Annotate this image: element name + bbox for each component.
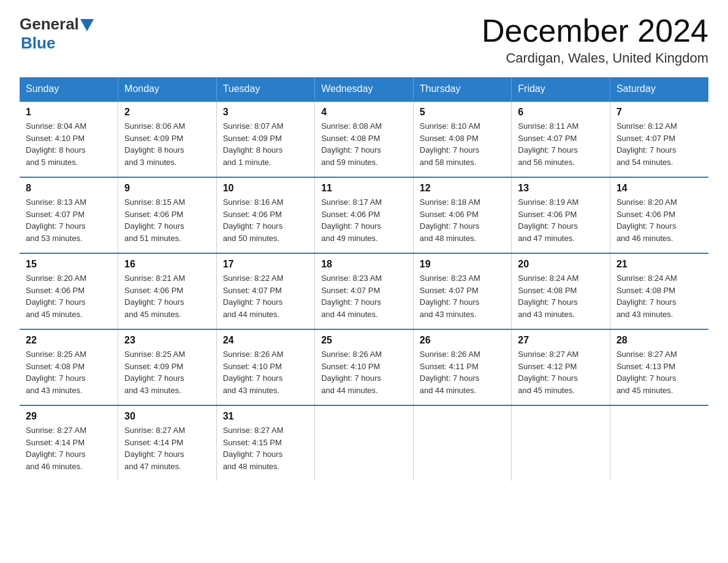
calendar-cell: 11Sunrise: 8:17 AM Sunset: 4:06 PM Dayli…	[315, 177, 414, 253]
day-info: Sunrise: 8:12 AM Sunset: 4:07 PM Dayligh…	[616, 120, 702, 168]
calendar-cell: 3Sunrise: 8:07 AM Sunset: 4:09 PM Daylig…	[216, 101, 315, 177]
day-number: 10	[223, 183, 309, 194]
day-info: Sunrise: 8:25 AM Sunset: 4:09 PM Dayligh…	[124, 348, 210, 396]
day-info: Sunrise: 8:16 AM Sunset: 4:06 PM Dayligh…	[223, 196, 309, 244]
calendar-cell: 16Sunrise: 8:21 AM Sunset: 4:06 PM Dayli…	[118, 253, 217, 329]
calendar-cell: 8Sunrise: 8:13 AM Sunset: 4:07 PM Daylig…	[20, 177, 118, 253]
day-number: 19	[420, 259, 506, 270]
day-info: Sunrise: 8:22 AM Sunset: 4:07 PM Dayligh…	[223, 272, 309, 320]
day-info: Sunrise: 8:20 AM Sunset: 4:06 PM Dayligh…	[616, 196, 702, 244]
location: Cardigan, Wales, United Kingdom	[482, 50, 708, 66]
day-number: 15	[26, 259, 112, 270]
day-number: 3	[223, 107, 309, 118]
calendar-cell: 23Sunrise: 8:25 AM Sunset: 4:09 PM Dayli…	[118, 329, 217, 405]
calendar-cell: 1Sunrise: 8:04 AM Sunset: 4:10 PM Daylig…	[20, 101, 118, 177]
day-info: Sunrise: 8:23 AM Sunset: 4:07 PM Dayligh…	[420, 272, 506, 320]
day-number: 2	[124, 107, 210, 118]
day-number: 20	[518, 259, 604, 270]
day-number: 11	[321, 183, 407, 194]
day-number: 22	[26, 335, 112, 346]
day-number: 7	[616, 107, 702, 118]
month-title: December 2024	[482, 15, 708, 47]
day-info: Sunrise: 8:25 AM Sunset: 4:08 PM Dayligh…	[26, 348, 112, 396]
day-info: Sunrise: 8:15 AM Sunset: 4:06 PM Dayligh…	[124, 196, 210, 244]
day-number: 21	[616, 259, 702, 270]
day-number: 17	[223, 259, 309, 270]
calendar-cell: 21Sunrise: 8:24 AM Sunset: 4:08 PM Dayli…	[610, 253, 708, 329]
day-info: Sunrise: 8:27 AM Sunset: 4:12 PM Dayligh…	[518, 348, 604, 396]
day-number: 28	[616, 335, 702, 346]
day-info: Sunrise: 8:07 AM Sunset: 4:09 PM Dayligh…	[223, 120, 309, 168]
day-number: 4	[321, 107, 407, 118]
calendar-cell: 15Sunrise: 8:20 AM Sunset: 4:06 PM Dayli…	[20, 253, 118, 329]
calendar-cell	[610, 405, 708, 481]
calendar-cell: 12Sunrise: 8:18 AM Sunset: 4:06 PM Dayli…	[413, 177, 512, 253]
day-number: 1	[26, 107, 112, 118]
calendar-cell: 13Sunrise: 8:19 AM Sunset: 4:06 PM Dayli…	[512, 177, 610, 253]
weekday-header-wednesday: Wednesday	[315, 77, 414, 101]
day-info: Sunrise: 8:27 AM Sunset: 4:14 PM Dayligh…	[124, 424, 210, 472]
day-info: Sunrise: 8:10 AM Sunset: 4:08 PM Dayligh…	[420, 120, 506, 168]
logo: General Blue	[20, 15, 94, 53]
weekday-header-saturday: Saturday	[610, 77, 708, 101]
day-info: Sunrise: 8:11 AM Sunset: 4:07 PM Dayligh…	[518, 120, 604, 168]
page-header: General Blue December 2024 Cardigan, Wal…	[20, 15, 708, 66]
day-info: Sunrise: 8:19 AM Sunset: 4:06 PM Dayligh…	[518, 196, 604, 244]
day-number: 14	[616, 183, 702, 194]
day-number: 13	[518, 183, 604, 194]
day-number: 26	[420, 335, 506, 346]
day-number: 23	[124, 335, 210, 346]
day-info: Sunrise: 8:27 AM Sunset: 4:13 PM Dayligh…	[616, 348, 702, 396]
day-number: 6	[518, 107, 604, 118]
day-info: Sunrise: 8:08 AM Sunset: 4:08 PM Dayligh…	[321, 120, 407, 168]
weekday-header-friday: Friday	[512, 77, 610, 101]
day-info: Sunrise: 8:21 AM Sunset: 4:06 PM Dayligh…	[124, 272, 210, 320]
day-info: Sunrise: 8:26 AM Sunset: 4:11 PM Dayligh…	[420, 348, 506, 396]
day-info: Sunrise: 8:26 AM Sunset: 4:10 PM Dayligh…	[321, 348, 407, 396]
day-info: Sunrise: 8:20 AM Sunset: 4:06 PM Dayligh…	[26, 272, 112, 320]
weekday-header-sunday: Sunday	[20, 77, 118, 101]
day-number: 9	[124, 183, 210, 194]
logo-triangle-icon	[80, 19, 94, 31]
calendar-cell	[315, 405, 414, 481]
calendar-cell: 14Sunrise: 8:20 AM Sunset: 4:06 PM Dayli…	[610, 177, 708, 253]
calendar-cell: 25Sunrise: 8:26 AM Sunset: 4:10 PM Dayli…	[315, 329, 414, 405]
day-info: Sunrise: 8:13 AM Sunset: 4:07 PM Dayligh…	[26, 196, 112, 244]
calendar-cell: 22Sunrise: 8:25 AM Sunset: 4:08 PM Dayli…	[20, 329, 118, 405]
svg-marker-0	[80, 19, 94, 31]
calendar-cell: 29Sunrise: 8:27 AM Sunset: 4:14 PM Dayli…	[20, 405, 118, 481]
day-info: Sunrise: 8:24 AM Sunset: 4:08 PM Dayligh…	[616, 272, 702, 320]
day-number: 27	[518, 335, 604, 346]
day-info: Sunrise: 8:18 AM Sunset: 4:06 PM Dayligh…	[420, 196, 506, 244]
calendar-week-row: 29Sunrise: 8:27 AM Sunset: 4:14 PM Dayli…	[20, 405, 708, 481]
calendar-cell: 30Sunrise: 8:27 AM Sunset: 4:14 PM Dayli…	[118, 405, 217, 481]
calendar-cell: 10Sunrise: 8:16 AM Sunset: 4:06 PM Dayli…	[216, 177, 315, 253]
day-number: 5	[420, 107, 506, 118]
day-number: 8	[26, 183, 112, 194]
logo-blue: Blue	[21, 34, 55, 53]
calendar-cell: 2Sunrise: 8:06 AM Sunset: 4:09 PM Daylig…	[118, 101, 217, 177]
day-number: 16	[124, 259, 210, 270]
day-info: Sunrise: 8:23 AM Sunset: 4:07 PM Dayligh…	[321, 272, 407, 320]
day-info: Sunrise: 8:17 AM Sunset: 4:06 PM Dayligh…	[321, 196, 407, 244]
day-info: Sunrise: 8:27 AM Sunset: 4:14 PM Dayligh…	[26, 424, 112, 472]
calendar-cell: 28Sunrise: 8:27 AM Sunset: 4:13 PM Dayli…	[610, 329, 708, 405]
calendar-cell: 7Sunrise: 8:12 AM Sunset: 4:07 PM Daylig…	[610, 101, 708, 177]
calendar-cell: 6Sunrise: 8:11 AM Sunset: 4:07 PM Daylig…	[512, 101, 610, 177]
day-info: Sunrise: 8:26 AM Sunset: 4:10 PM Dayligh…	[223, 348, 309, 396]
calendar-cell	[512, 405, 610, 481]
calendar-cell: 24Sunrise: 8:26 AM Sunset: 4:10 PM Dayli…	[216, 329, 315, 405]
calendar-table: SundayMondayTuesdayWednesdayThursdayFrid…	[20, 77, 708, 481]
calendar-week-row: 15Sunrise: 8:20 AM Sunset: 4:06 PM Dayli…	[20, 253, 708, 329]
weekday-header-monday: Monday	[118, 77, 217, 101]
calendar-cell: 19Sunrise: 8:23 AM Sunset: 4:07 PM Dayli…	[413, 253, 512, 329]
day-number: 30	[124, 411, 210, 422]
calendar-week-row: 1Sunrise: 8:04 AM Sunset: 4:10 PM Daylig…	[20, 101, 708, 177]
title-block: December 2024 Cardigan, Wales, United Ki…	[482, 15, 708, 66]
calendar-cell: 4Sunrise: 8:08 AM Sunset: 4:08 PM Daylig…	[315, 101, 414, 177]
calendar-cell: 27Sunrise: 8:27 AM Sunset: 4:12 PM Dayli…	[512, 329, 610, 405]
weekday-header-row: SundayMondayTuesdayWednesdayThursdayFrid…	[20, 77, 708, 101]
logo-general: General	[20, 15, 79, 34]
day-number: 24	[223, 335, 309, 346]
weekday-header-thursday: Thursday	[413, 77, 512, 101]
